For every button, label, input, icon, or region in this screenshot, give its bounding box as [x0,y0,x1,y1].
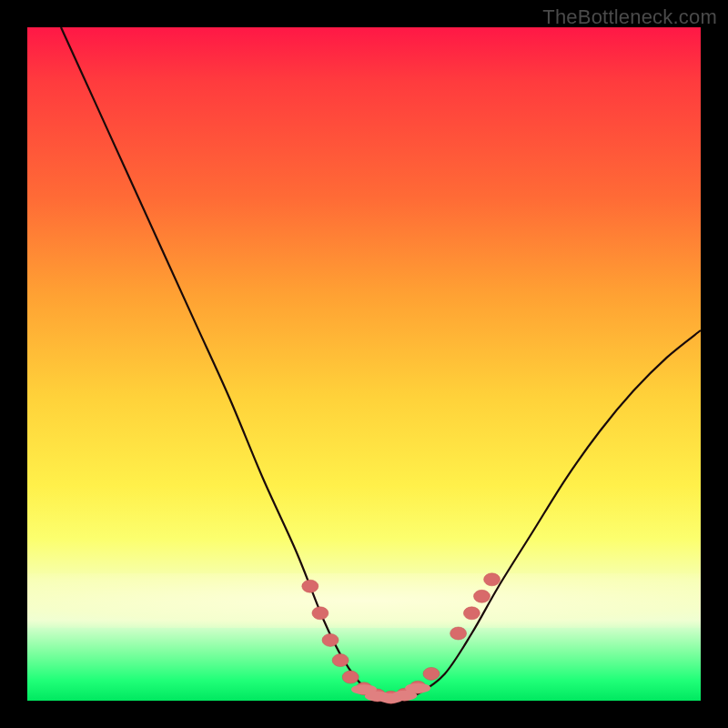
bead [302,580,318,592]
bead [484,573,500,586]
bead [463,607,480,620]
bead-floor [405,683,430,693]
bead [312,607,329,620]
bottleneck-curve [61,27,701,702]
chart-svg [27,27,701,701]
watermark-text: TheBottleneck.com [542,5,717,29]
plot-area [27,27,701,701]
bead-cluster [302,573,500,704]
bead [332,654,349,667]
outer-frame: TheBottleneck.com [0,0,728,728]
bead [474,590,490,602]
bead [322,633,339,646]
bead [450,627,467,640]
bead [342,671,359,683]
bead [423,667,440,680]
